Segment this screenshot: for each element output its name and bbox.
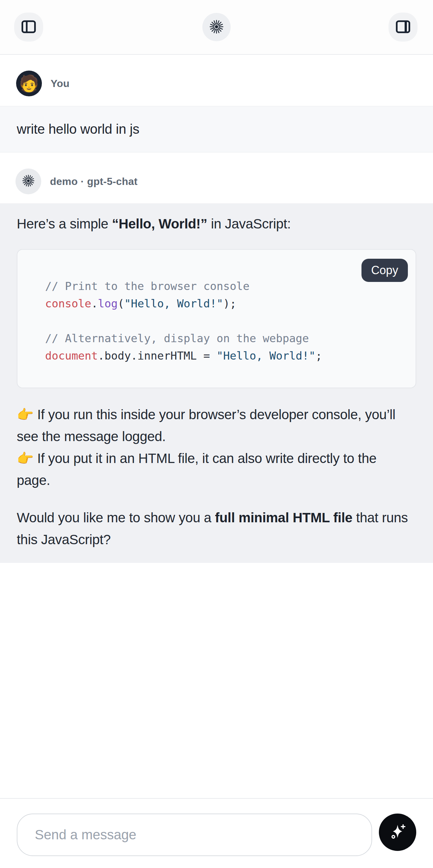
model-button[interactable] xyxy=(202,13,231,41)
chat-app: { "header": { "left_button": "toggle-lef… xyxy=(0,0,433,868)
user-message: write hello world in js xyxy=(0,106,433,152)
assistant-message: Here’s a simple “Hello, World!” in JavaS… xyxy=(0,203,433,563)
send-button[interactable] xyxy=(379,813,416,851)
sidebar-toggle-button[interactable] xyxy=(14,12,43,41)
code-content: // Print to the browser consoleconsole.l… xyxy=(18,250,415,388)
composer-bar xyxy=(0,798,433,868)
user-message-text: write hello world in js xyxy=(17,121,140,137)
message-input[interactable] xyxy=(17,813,372,856)
top-bar xyxy=(0,0,433,55)
panel-left-icon xyxy=(20,18,38,37)
assistant-intro-text: Here’s a simple “Hello, World!” in JavaS… xyxy=(17,213,416,235)
user-avatar: 🧑 xyxy=(16,70,42,96)
assistant-turn-header: demo · gpt-5-chat xyxy=(16,168,433,195)
assistant-name-label: demo · gpt-5-chat xyxy=(50,176,137,188)
assistant-avatar xyxy=(16,168,41,194)
user-avatar-emoji: 🧑 xyxy=(19,75,39,92)
sparkle-icon xyxy=(387,821,408,843)
assistant-followup-text: Would you like me to show you a full min… xyxy=(17,507,416,551)
right-panel-toggle-button[interactable] xyxy=(389,12,417,41)
user-name-label: You xyxy=(51,78,70,90)
panel-right-icon xyxy=(394,18,412,37)
model-burst-icon xyxy=(209,19,224,35)
code-block: Copy // Print to the browser consolecons… xyxy=(17,249,416,388)
assistant-burst-icon xyxy=(22,174,35,189)
user-turn-header: 🧑 You xyxy=(16,70,433,97)
assistant-tips-text: 👉 If you run this inside your browser’s … xyxy=(17,404,416,491)
copy-code-button[interactable]: Copy xyxy=(362,259,408,282)
